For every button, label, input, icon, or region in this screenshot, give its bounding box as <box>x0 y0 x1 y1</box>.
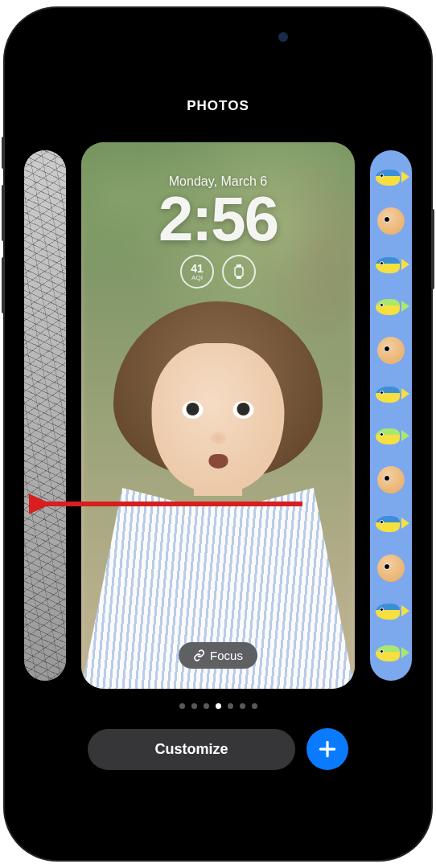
lockscreen-widgets: 41 AQI <box>81 255 355 289</box>
add-button[interactable] <box>306 728 348 770</box>
aqi-label: AQI <box>191 274 203 281</box>
volume-up-btn <box>2 185 5 241</box>
link-icon <box>193 649 205 661</box>
mute-switch <box>2 137 5 169</box>
svg-rect-0 <box>235 267 243 276</box>
photo-subject <box>81 287 355 689</box>
dot <box>240 703 245 709</box>
phone-screen: PHOTOS <box>14 18 422 850</box>
dot <box>228 703 233 709</box>
dot-active <box>216 703 221 709</box>
dot <box>191 703 197 709</box>
pufferfish-icon <box>377 207 405 235</box>
wallpaper-current[interactable]: Monday, March 6 2:56 41 AQI <box>81 142 355 689</box>
wallpaper-prev[interactable] <box>24 150 66 681</box>
camera-icon <box>278 32 288 42</box>
focus-button[interactable]: Focus <box>179 642 257 669</box>
page-indicator <box>14 703 422 709</box>
wallpaper-next[interactable] <box>370 150 412 681</box>
lockscreen-time: 2:56 <box>81 187 355 250</box>
dot <box>179 703 185 709</box>
fish-icon <box>376 254 406 276</box>
phone-frame: PHOTOS <box>5 8 431 860</box>
plus-icon <box>317 739 338 760</box>
svg-rect-1 <box>237 264 241 267</box>
dot <box>252 703 257 709</box>
side-button <box>431 209 434 289</box>
watch-widget <box>222 255 256 289</box>
customize-button[interactable]: Customize <box>88 729 295 770</box>
fish-icon <box>376 513 406 535</box>
lockscreen-preview: Monday, March 6 2:56 41 AQI <box>81 174 355 289</box>
focus-label: Focus <box>210 649 243 662</box>
dot <box>204 703 209 709</box>
watch-icon <box>233 264 245 280</box>
fish-icon <box>376 642 406 665</box>
volume-down-btn <box>2 257 5 313</box>
aqi-value: 41 <box>191 263 204 274</box>
category-title: PHOTOS <box>14 98 422 114</box>
pufferfish-icon <box>377 337 405 364</box>
svg-rect-2 <box>237 276 241 279</box>
bottom-toolbar: Customize <box>14 728 422 770</box>
fish-icon <box>376 425 406 448</box>
fish-icon <box>376 600 406 623</box>
fish-icon <box>376 296 406 318</box>
pufferfish-icon <box>377 466 405 493</box>
aqi-widget: 41 AQI <box>180 255 214 289</box>
fish-icon <box>376 166 406 189</box>
wallpaper-carousel[interactable]: Monday, March 6 2:56 41 AQI <box>14 142 422 689</box>
fish-icon <box>376 383 406 406</box>
wallpaper-gallery: PHOTOS <box>14 18 422 850</box>
notch <box>134 24 302 50</box>
pufferfish-icon <box>377 555 405 582</box>
